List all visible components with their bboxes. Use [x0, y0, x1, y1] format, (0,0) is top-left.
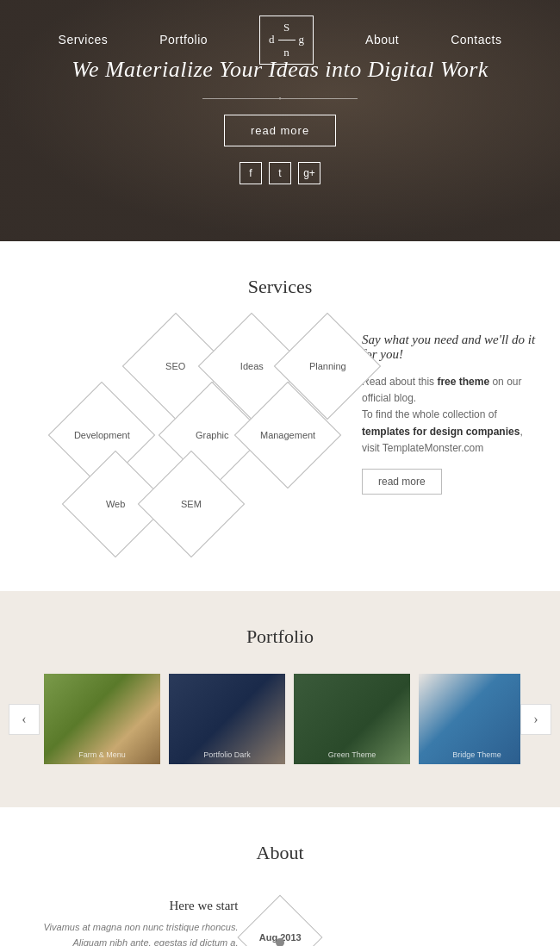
portfolio-item-3-label: Green Theme [294, 750, 410, 759]
services-desc-3: To find the whole collection of [362, 408, 497, 420]
nav-contacts[interactable]: Contacts [451, 33, 501, 47]
logo-top: S [283, 22, 289, 34]
portfolio-item-2[interactable]: Portfolio Dark [169, 674, 285, 764]
services-description: Say what you need and we'll do it for yo… [362, 324, 543, 495]
services-content: SEO Ideas Planning Development Graphic M… [17, 324, 543, 548]
carousel-next-button[interactable]: › [520, 704, 551, 735]
nav-portfolio[interactable]: Portfolio [159, 33, 208, 47]
logo-bottom: n [283, 47, 289, 59]
timeline-text-1: Here we start Vivamus at magna non nunc … [34, 899, 256, 946]
services-desc-1: Read about this [362, 376, 437, 388]
twitter-icon[interactable]: t [269, 162, 291, 184]
logo-right: g [299, 34, 305, 46]
services-title: Services [17, 276, 543, 298]
services-body-text: Read about this free theme on our offici… [362, 374, 543, 457]
timeline-title-1: Here we start [34, 899, 239, 913]
services-desc-bold1: free theme [437, 376, 489, 388]
portfolio-item-4[interactable]: Bridge Theme [419, 674, 520, 764]
logo-divider [278, 40, 296, 40]
portfolio-title: Portfolio [0, 625, 560, 648]
facebook-icon[interactable]: f [240, 162, 262, 184]
diamond-grid: SEO Ideas Planning Development Graphic M… [17, 324, 345, 548]
nav-about[interactable]: About [365, 33, 399, 47]
portfolio-item-1-label: Farm & Menu [44, 750, 160, 759]
portfolio-item-2-label: Portfolio Dark [169, 750, 285, 759]
portfolio-item-4-label: Bridge Theme [419, 750, 520, 759]
logo: S d g n [259, 16, 314, 65]
portfolio-item-3[interactable]: Green Theme [294, 674, 410, 764]
portfolio-item-1[interactable]: Farm & Menu [44, 674, 160, 764]
main-nav: Services Portfolio S d g n About Contact… [0, 0, 560, 80]
logo-left: d [269, 34, 275, 46]
about-title: About [34, 842, 526, 864]
timeline: Here we start Vivamus at magna non nunc … [34, 899, 526, 946]
portfolio-section: Portfolio ‹ Farm & Menu Portfolio Dark G… [0, 591, 560, 807]
nav-services[interactable]: Services [59, 33, 109, 47]
services-section: Services SEO Ideas Planning Development … [0, 241, 560, 591]
timeline-dot-1 [276, 938, 284, 946]
services-desc-bold2: templates for design companies [362, 426, 520, 438]
about-section: About Here we start Vivamus at magna non… [0, 807, 560, 946]
hero-cta-button[interactable]: read more [224, 115, 336, 146]
portfolio-items: Farm & Menu Portfolio Dark Green Theme B… [40, 674, 520, 764]
hero-divider [202, 98, 358, 99]
services-tagline: Say what you need and we'll do it for yo… [362, 333, 543, 362]
carousel-prev-button[interactable]: ‹ [9, 704, 40, 735]
services-readmore-button[interactable]: read more [362, 469, 442, 495]
hero-social-links: f t g+ [240, 162, 320, 184]
timeline-body-1: Vivamus at magna non nunc tristique rhon… [34, 920, 239, 946]
googleplus-icon[interactable]: g+ [298, 162, 320, 184]
portfolio-carousel: ‹ Farm & Menu Portfolio Dark Green Theme… [0, 674, 560, 764]
timeline-item-1: Here we start Vivamus at magna non nunc … [34, 899, 526, 946]
